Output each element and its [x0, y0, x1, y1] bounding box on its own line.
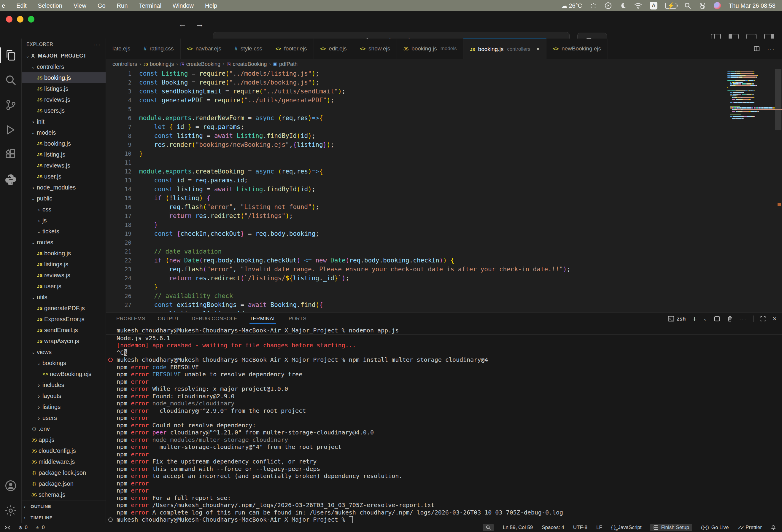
- tree-item-.env[interactable]: ⚙.env: [22, 423, 106, 434]
- scrollbar-slider[interactable]: [775, 69, 781, 130]
- close-window-button[interactable]: [6, 16, 12, 23]
- panel-tab-terminal[interactable]: TERMINAL: [249, 312, 276, 325]
- terminal-output[interactable]: mukesh_choudhary@Mukesh-Choudharys-MacBo…: [106, 325, 782, 523]
- tree-item-tickets[interactable]: ⌄tickets: [22, 226, 106, 237]
- extensions-icon[interactable]: [0, 142, 21, 167]
- tree-item-user.js[interactable]: JSuser.js: [22, 281, 106, 292]
- tree-item-listings.js[interactable]: JSlistings.js: [22, 83, 106, 94]
- status-item-checks[interactable]: ✓✓Prettier: [738, 525, 762, 531]
- battery-icon[interactable]: ⚡: [665, 3, 676, 9]
- nav-forward-icon[interactable]: →: [195, 19, 204, 29]
- control-center-icon[interactable]: [699, 2, 706, 9]
- tree-item-reviews.js[interactable]: JSreviews.js: [22, 270, 106, 281]
- status-item-broadcast[interactable]: ((•))Go Live: [701, 525, 729, 531]
- tree-item-reviews.js[interactable]: JSreviews.js: [22, 94, 106, 105]
- sidebar-section-timeline[interactable]: ›TIMELINE: [22, 512, 106, 523]
- breadcrumb-item-booking.js[interactable]: JSbooking.js: [143, 61, 174, 67]
- tree-item-utils[interactable]: ⌄utils: [22, 292, 106, 303]
- editor-tab-rating.css[interactable]: #rating.css: [137, 39, 180, 59]
- panel-tab-output[interactable]: OUTPUT: [158, 312, 179, 325]
- menu-item-help[interactable]: Help: [199, 2, 223, 9]
- tree-item-layouts[interactable]: ›layouts: [22, 390, 106, 402]
- status-item-warn[interactable]: ⚠0: [35, 525, 45, 531]
- tree-item-listings.js[interactable]: JSlistings.js: [22, 259, 106, 270]
- status-item-zoom[interactable]: [483, 524, 494, 531]
- maximize-panel-icon[interactable]: [760, 316, 766, 322]
- tree-item-schema.js[interactable]: JSschema.js: [22, 489, 106, 500]
- tree-item-newbooking.ejs[interactable]: <>newBooking.ejs: [22, 369, 106, 380]
- menu-item-edit[interactable]: Edit: [11, 2, 32, 9]
- editor-scrollbar[interactable]: [774, 69, 782, 312]
- tree-item-models[interactable]: ⌄models: [22, 127, 106, 138]
- close-tab-icon[interactable]: ×: [536, 46, 540, 52]
- source-control-icon[interactable]: [0, 92, 21, 117]
- editor-tab-show.ejs[interactable]: <>show.ejs: [353, 39, 397, 59]
- menu-item-window[interactable]: Window: [167, 2, 199, 9]
- editor-tab-booking.js[interactable]: JSbooking.jscontrollers×: [463, 39, 546, 59]
- status-item-lf[interactable]: LF: [596, 525, 602, 531]
- tree-item-cloudconfig.js[interactable]: JScloudConfig.js: [22, 446, 106, 456]
- minimap[interactable]: [727, 72, 772, 119]
- tree-item-package-lock.json[interactable]: {}package-lock.json: [22, 467, 106, 478]
- breadcrumb-item-createbooking[interactable]: ◳createBooking: [180, 61, 220, 67]
- siri-icon[interactable]: [714, 2, 721, 9]
- kill-terminal-icon[interactable]: [727, 315, 733, 322]
- panel-tab-ports[interactable]: PORTS: [289, 312, 307, 325]
- menu-bar-clock[interactable]: Thu Mar 26 08:58: [728, 2, 776, 9]
- spotlight-search-icon[interactable]: [684, 2, 691, 9]
- status-item-error[interactable]: ⊗0: [19, 525, 28, 531]
- explorer-more-actions-icon[interactable]: ···: [93, 41, 101, 48]
- tree-item-booking.js[interactable]: JSbooking.js: [22, 138, 106, 149]
- close-panel-icon[interactable]: ×: [773, 315, 777, 323]
- status-item-braces[interactable]: { }⊗JavaScript: [611, 525, 642, 531]
- focus-moon-icon[interactable]: [619, 2, 627, 9]
- status-item-utf-8[interactable]: UTF-8: [573, 525, 588, 531]
- tree-item-node-modules[interactable]: ›node_modules: [22, 182, 106, 193]
- wifi-icon[interactable]: [634, 2, 642, 9]
- sidebar-section-outline[interactable]: ›OUTLINE: [22, 501, 106, 512]
- account-icon[interactable]: [0, 473, 21, 498]
- tree-item-expresserror.js[interactable]: JSExpressError.js: [22, 314, 106, 325]
- tree-item-listings[interactable]: ›listings: [22, 402, 106, 413]
- editor-tab-footer.ejs[interactable]: <>footer.ejs: [269, 39, 314, 59]
- editor-tab-edit.ejs[interactable]: <>edit.ejs: [314, 39, 354, 59]
- tree-item-booking.js[interactable]: JSbooking.js: [22, 72, 106, 83]
- files-icon[interactable]: [0, 43, 21, 68]
- menu-item-run[interactable]: Run: [111, 2, 134, 9]
- tree-item-views[interactable]: ⌄views: [22, 347, 106, 357]
- tree-item-controllers[interactable]: ⌄controllers: [22, 62, 106, 72]
- breadcrumb-item-createbooking[interactable]: ◳createBooking: [227, 61, 267, 67]
- stage-manager-icon[interactable]: [590, 2, 597, 9]
- tree-item-includes[interactable]: ›includes: [22, 380, 106, 390]
- tree-item-routes[interactable]: ⌄routes: [22, 237, 106, 248]
- tree-item-reviews.js[interactable]: JSreviews.js: [22, 160, 106, 171]
- search-icon[interactable]: [0, 68, 21, 92]
- minimize-window-button[interactable]: [17, 16, 24, 23]
- editor-more-actions-icon[interactable]: ···: [767, 45, 775, 52]
- tree-item-user.js[interactable]: JSuser.js: [22, 171, 106, 182]
- code-editor[interactable]: 1const Listing = require("../models/list…: [106, 69, 782, 312]
- tree-item-wrapasycn.js[interactable]: JSwrapAsycn.js: [22, 336, 106, 347]
- status-item-ln-59-col-59[interactable]: Ln 59, Col 59: [503, 525, 533, 531]
- editor-tab-style.css[interactable]: #style.css: [228, 39, 269, 59]
- tree-item-app.js[interactable]: JSapp.js: [22, 434, 106, 446]
- input-source-icon[interactable]: A: [650, 2, 657, 9]
- editor-tab-late.ejs[interactable]: late.ejs: [106, 39, 137, 59]
- panel-tab-debug-console[interactable]: DEBUG CONSOLE: [192, 312, 237, 325]
- tree-item-booking.js[interactable]: JSbooking.js: [22, 248, 106, 259]
- editor-tab-booking.js[interactable]: JSbooking.jsmodels: [397, 39, 464, 59]
- split-editor-icon[interactable]: [753, 45, 760, 52]
- tree-item-bookings[interactable]: ⌄bookings: [22, 357, 106, 369]
- zoom-window-button[interactable]: [28, 16, 34, 23]
- menu-item-view[interactable]: View: [68, 2, 92, 9]
- weather-icon[interactable]: ☁ 26°C: [561, 2, 582, 9]
- run-debug-icon[interactable]: [0, 117, 21, 142]
- tree-item-middleware.js[interactable]: JSmiddleware.js: [22, 456, 106, 467]
- tree-item-sendemail.js[interactable]: JSsendEmail.js: [22, 325, 106, 336]
- tree-item-public[interactable]: ⌄public: [22, 193, 106, 204]
- menu-item-e[interactable]: e: [0, 2, 11, 9]
- settings-icon[interactable]: [0, 498, 21, 523]
- panel-more-actions-icon[interactable]: ···: [739, 315, 747, 322]
- panel-tab-problems[interactable]: PROBLEMS: [116, 312, 145, 325]
- tree-item-js[interactable]: ›js: [22, 215, 106, 226]
